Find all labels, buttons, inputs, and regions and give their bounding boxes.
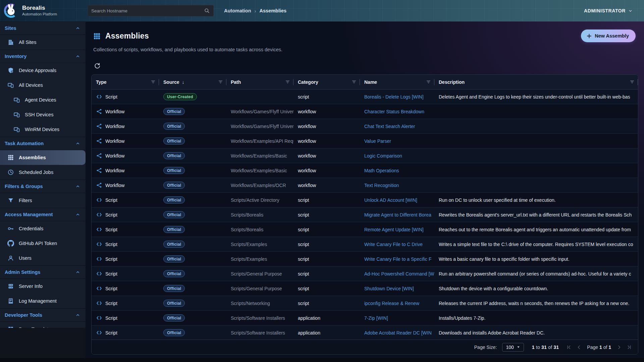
- code-icon: [96, 256, 102, 262]
- cell-name: Text Recognition: [360, 178, 434, 192]
- assembly-name-link[interactable]: Adobe Acrobat Reader DC [WIN: [364, 330, 432, 336]
- hostname-search[interactable]: [88, 5, 214, 16]
- assembly-name-link[interactable]: Value Parser: [364, 138, 391, 144]
- table-row[interactable]: ScriptOfficialScripts/General Purposescr…: [92, 281, 638, 296]
- cell-name: Write Canary File to a Specific F: [360, 252, 434, 266]
- column-header-source[interactable]: Source↓: [159, 75, 226, 89]
- sidebar-item-users[interactable]: Users: [0, 251, 86, 265]
- sidebar-item-log-management[interactable]: Log Management: [0, 294, 86, 308]
- new-assembly-button[interactable]: New Assembly: [581, 29, 636, 42]
- table-row[interactable]: WorkflowOfficialWorkflows/Games/Flyff Un…: [92, 104, 638, 119]
- page-size-label: Page Size:: [474, 345, 497, 350]
- cell-category: application: [293, 311, 360, 325]
- sidebar-item-agent-devices[interactable]: Agent Devices: [0, 93, 86, 107]
- search-input[interactable]: [91, 8, 204, 13]
- sidebar-spacer: [0, 328, 86, 362]
- table-row[interactable]: ScriptOfficialScripts/ExamplesscriptWrit…: [92, 252, 638, 266]
- page-size-value: 100: [506, 345, 514, 350]
- type-label: Script: [105, 301, 117, 306]
- assembly-name-link[interactable]: Write Canary File to a Specific F: [364, 256, 431, 262]
- sidebar-item-credentials[interactable]: Credentials: [0, 221, 86, 236]
- last-page-icon[interactable]: [627, 345, 632, 350]
- table-row[interactable]: ScriptOfficialScripts/BorealisscriptMigr…: [92, 207, 638, 222]
- sidebar-section-filters-groups[interactable]: Filters & Groups: [0, 180, 86, 193]
- assembly-name-link[interactable]: Ad-Hoc Powershell Command [W: [364, 271, 434, 277]
- sidebar-section-admin-settings[interactable]: Admin Settings: [0, 265, 86, 279]
- brand[interactable]: Borealis Automation Platform: [3, 3, 57, 18]
- column-header-name[interactable]: Name: [360, 75, 434, 89]
- user-icon: [7, 255, 14, 261]
- sidebar-item-filters[interactable]: Filters: [0, 193, 86, 208]
- table-row[interactable]: WorkflowOfficialWorkflows/Games/Flyff Un…: [92, 119, 638, 134]
- sidebar-item-winrm-devices[interactable]: WinRM Devices: [0, 122, 86, 137]
- filter-icon[interactable]: [352, 79, 357, 84]
- table-row[interactable]: WorkflowOfficialWorkflows/Examples/Basic…: [92, 163, 638, 178]
- sidebar-item-assemblies[interactable]: Assemblies: [0, 150, 86, 165]
- assembly-name-link[interactable]: Borealis - Delete Logs [WIN]: [364, 94, 424, 100]
- sidebar-item-page-template[interactable]: Page Template: [0, 322, 86, 328]
- assembly-name-link[interactable]: ipconfig Release & Renew: [364, 301, 419, 306]
- assembly-name-link[interactable]: Migrate Agent to Different Borea: [364, 212, 431, 218]
- breadcrumb-assemblies[interactable]: Assemblies: [260, 8, 287, 13]
- sidebar-section-developer-tools[interactable]: Developer Tools: [0, 308, 86, 322]
- table-row[interactable]: ScriptOfficialScripts/General Purposescr…: [92, 266, 638, 281]
- sidebar-item-ssh-devices[interactable]: SSH Devices: [0, 107, 86, 122]
- assembly-name-link[interactable]: Character Status Breakdown: [364, 109, 424, 114]
- sidebar-item-label: Agent Devices: [25, 97, 56, 103]
- table-row[interactable]: ScriptOfficialScripts/ExamplesscriptWrit…: [92, 237, 638, 252]
- sidebar-section-task-automation[interactable]: Task Automation: [0, 137, 86, 150]
- sidebar-item-all-sites[interactable]: All Sites: [0, 35, 86, 50]
- assembly-name-link[interactable]: Write Canary File to C Drive: [364, 242, 423, 247]
- next-page-icon[interactable]: [616, 345, 622, 350]
- first-page-icon[interactable]: [566, 345, 572, 350]
- filter-icon[interactable]: [426, 79, 431, 84]
- assembly-name-link[interactable]: Chat Text Search Alerter: [364, 124, 415, 129]
- assembly-name-link[interactable]: Math Operations: [364, 168, 399, 173]
- refresh-button[interactable]: [93, 62, 102, 70]
- workflow-icon: [96, 108, 102, 115]
- cell-type: Script: [92, 89, 159, 104]
- table-row[interactable]: ScriptOfficialScripts/Active Directorysc…: [92, 193, 638, 207]
- assembly-name-link[interactable]: Unlock AD Account [WIN]: [364, 197, 417, 203]
- cell-description: Shutdown the device with a configurable …: [434, 281, 638, 296]
- sidebar-section-inventory[interactable]: Inventory: [0, 50, 86, 63]
- table-row[interactable]: ScriptOfficialScripts/Software Installer…: [92, 311, 638, 325]
- column-header-path[interactable]: Path: [226, 75, 293, 89]
- sidebar-section-access-management[interactable]: Access Management: [0, 208, 86, 221]
- assembly-name-link[interactable]: Shutdown Device [WIN]: [364, 286, 414, 291]
- sidebar-item-scheduled-jobs[interactable]: Scheduled Jobs: [0, 165, 86, 180]
- sidebar-item-github-api-token[interactable]: GitHub API Token: [0, 236, 86, 251]
- filter-icon[interactable]: [630, 79, 635, 84]
- table-row[interactable]: ScriptOfficialScripts/Networkingscriptip…: [92, 296, 638, 311]
- user-menu[interactable]: ADMINISTRATOR: [584, 0, 633, 21]
- table-row[interactable]: WorkflowOfficialWorkflows/Examples/OCRwo…: [92, 178, 638, 193]
- assembly-name-link[interactable]: 7-Zip [WIN]: [364, 315, 388, 321]
- filter-icon[interactable]: [218, 79, 223, 84]
- type-label: Script: [105, 197, 117, 203]
- workflow-icon: [96, 167, 102, 174]
- table-row[interactable]: WorkflowOfficialWorkflows/Examples/API R…: [92, 134, 638, 148]
- assembly-name-link[interactable]: Text Recognition: [364, 183, 399, 188]
- column-header-category[interactable]: Category: [293, 75, 360, 89]
- column-header-description[interactable]: Description: [434, 75, 638, 89]
- prev-page-icon[interactable]: [576, 345, 582, 350]
- table-row[interactable]: ScriptUser-CreatedscriptBorealis - Delet…: [92, 89, 638, 104]
- assembly-name-link[interactable]: Logic Comparison: [364, 153, 402, 159]
- sidebar-item-all-devices[interactable]: All Devices: [0, 78, 86, 93]
- table-row[interactable]: ScriptOfficialScripts/BorealisscriptRemo…: [92, 222, 638, 237]
- filter-icon[interactable]: [285, 79, 290, 84]
- column-header-type[interactable]: Type: [92, 75, 159, 89]
- sidebar-section-sites[interactable]: Sites: [0, 21, 86, 35]
- assembly-name-link[interactable]: Remote Agent Update [WIN]: [364, 227, 424, 232]
- cell-category: script: [293, 222, 360, 237]
- brand-title: Borealis: [22, 5, 57, 11]
- sidebar-item-server-info[interactable]: Server Info: [0, 279, 86, 294]
- sidebar-item-device-approvals[interactable]: Device Approvals: [0, 63, 86, 78]
- table-row[interactable]: ScriptOfficialScripts/Software Installer…: [92, 325, 638, 340]
- breadcrumb-automation[interactable]: Automation: [224, 8, 251, 13]
- cell-path: Scripts/General Purpose: [226, 281, 293, 296]
- table-row[interactable]: WorkflowOfficialWorkflows/Examples/Basic…: [92, 148, 638, 163]
- page-size-select[interactable]: 100: [502, 343, 524, 352]
- filter-icon[interactable]: [151, 79, 156, 84]
- cell-path: Workflows/Examples/Basic: [226, 148, 293, 163]
